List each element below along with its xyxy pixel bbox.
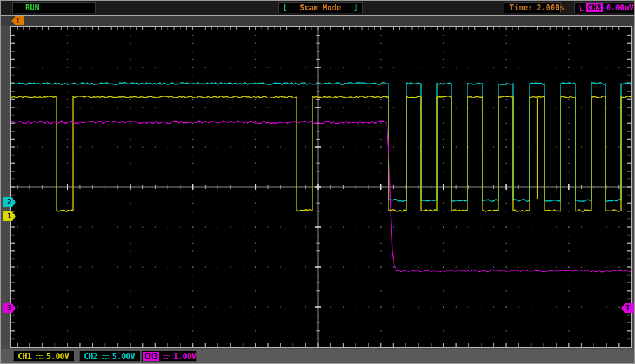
- channel2-name: CH2: [84, 352, 98, 361]
- channel3-coupling-icon: [163, 354, 170, 360]
- trigger-level-value: 0.00uV: [606, 3, 634, 12]
- mode-bracket-left: [: [283, 3, 287, 12]
- channel3-info-box[interactable]: CH3 1.00V: [141, 351, 197, 362]
- timebase-value: 2.000s: [537, 3, 564, 12]
- mode-bracket-right: ]: [354, 3, 358, 12]
- channel3-name-chip: CH3: [143, 352, 159, 361]
- channel3-scale: 1.00V: [173, 352, 196, 361]
- timebase-readout: Time: 2.000s: [504, 2, 561, 13]
- run-status-label: RUN: [25, 3, 39, 12]
- trigger-status-box: CH3 0.00uV: [574, 2, 634, 13]
- scan-mode-indicator: [ Scan Mode ]: [278, 2, 363, 13]
- waveform-display-area: [10, 26, 632, 348]
- scan-mode-label: Scan Mode: [300, 3, 341, 12]
- top-status-bar: RUN [ Scan Mode ] Time: 2.000s CH3 0.00u…: [1, 1, 635, 15]
- upper-bezel-strip: [1, 16, 635, 26]
- channel1-scale: 5.00V: [46, 352, 69, 361]
- channel1-info-box[interactable]: CH1 5.00V: [13, 351, 74, 362]
- channel1-name: CH1: [18, 352, 32, 361]
- timebase-label: Time:: [509, 3, 532, 12]
- run-status-box: RUN: [12, 2, 96, 13]
- trigger-falling-edge-icon: [577, 3, 584, 13]
- channel2-info-box[interactable]: CH2 5.00V: [79, 351, 140, 362]
- trigger-source-chip: CH3: [586, 3, 603, 12]
- channel2-scale: 5.00V: [112, 352, 135, 361]
- oscilloscope-screen: RUN [ Scan Mode ] Time: 2.000s CH3 0.00u…: [0, 0, 635, 364]
- channel1-coupling-icon: [35, 354, 43, 360]
- channel2-coupling-icon: [101, 354, 109, 360]
- bottom-channel-bar: CH1 5.00V CH2 5.00V CH3 1.00V: [1, 349, 635, 364]
